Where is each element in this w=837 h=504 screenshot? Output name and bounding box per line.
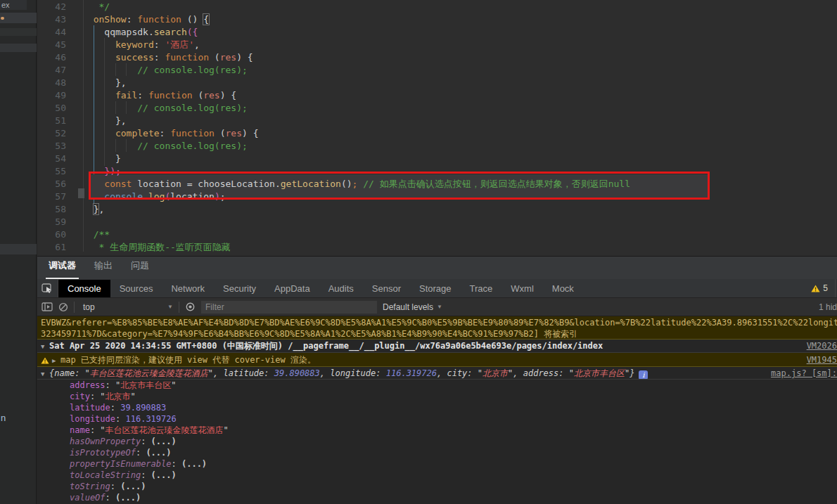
- object-property-row[interactable]: city: "北京市": [70, 391, 837, 402]
- code-line[interactable]: /**: [82, 228, 837, 241]
- tab-appdata[interactable]: AppData: [265, 280, 319, 297]
- file-explorer-sidebar: ex n: [0, 0, 37, 504]
- tab-storage[interactable]: Storage: [410, 280, 461, 297]
- code-lines[interactable]: */ onShow: function () { qqmapsdk.search…: [82, 1, 837, 256]
- tab-sources[interactable]: Sources: [110, 280, 162, 297]
- tab-sensor[interactable]: Sensor: [363, 280, 410, 297]
- line-number[interactable]: 49: [37, 89, 66, 102]
- code-line[interactable]: // console.log(res);: [82, 102, 837, 115]
- line-number[interactable]: 50: [37, 102, 66, 115]
- object-property-row[interactable]: name: "丰台区莲花池云瑧金陵莲花酒店": [70, 425, 837, 436]
- code-line[interactable]: keyword: '酒店',: [82, 39, 837, 51]
- code-line[interactable]: */: [82, 254, 837, 256]
- expand-arrow-icon[interactable]: ▶: [52, 354, 60, 367]
- hidden-messages-label: 1 hid: [819, 302, 837, 312]
- line-number[interactable]: 59: [37, 216, 66, 228]
- source-link[interactable]: VM2026: [807, 340, 837, 353]
- object-property-row[interactable]: address: "北京市丰台区": [70, 380, 837, 391]
- explorer-item-selected[interactable]: [0, 13, 37, 23]
- line-number[interactable]: 51: [37, 115, 66, 127]
- tab-wxml[interactable]: Wxml: [501, 280, 543, 297]
- line-number[interactable]: 52: [37, 127, 66, 140]
- line-number[interactable]: 43: [37, 13, 66, 26]
- code-line[interactable]: onShow: function () {: [82, 13, 837, 26]
- line-number[interactable]: 58: [37, 203, 66, 216]
- explorer-item[interactable]: [0, 44, 37, 52]
- warning-count-label: 5: [823, 283, 828, 293]
- console-warning-url-message[interactable]: EVBWZ&referer=%E8%85%BE%E8%AE%AF%E4%BD%8…: [37, 316, 837, 340]
- line-number[interactable]: 45: [37, 39, 66, 51]
- tab-trace[interactable]: Trace: [461, 280, 502, 297]
- gutter-line-numbers[interactable]: 4243444546474849505152535455565758596061…: [37, 1, 66, 256]
- inspect-element-icon[interactable]: [37, 279, 58, 297]
- code-line[interactable]: * 生命周期函数--监听页面隐藏: [82, 241, 837, 254]
- line-number[interactable]: 44: [37, 26, 66, 39]
- line-number[interactable]: 48: [37, 77, 66, 89]
- code-line[interactable]: }: [82, 153, 837, 165]
- line-number[interactable]: 53: [37, 140, 66, 153]
- object-property-row[interactable]: propertyIsEnumerable: (...): [70, 458, 837, 470]
- warning-line: 323459711%7D&category=%E7%94%9F%E6%B4%BB…: [41, 328, 837, 340]
- line-number[interactable]: 55: [37, 165, 66, 178]
- tab-audits[interactable]: Audits: [319, 280, 363, 297]
- debugger-tab-问题[interactable]: 问题: [128, 259, 152, 279]
- code-line[interactable]: },: [82, 115, 837, 127]
- code-editor[interactable]: 4243444546474849505152535455565758596061…: [37, 0, 837, 256]
- console-object-log-message[interactable]: ▼{name: "丰台区莲花池云瑧金陵莲花酒店", latitude: 39.8…: [37, 367, 837, 380]
- object-property-row[interactable]: hasOwnProperty: (...): [70, 436, 837, 447]
- code-line[interactable]: [82, 216, 837, 228]
- code-line[interactable]: // console.log(res);: [82, 140, 837, 153]
- code-line[interactable]: complete: function (res) {: [82, 127, 837, 140]
- line-number[interactable]: 42: [37, 1, 66, 13]
- line-number[interactable]: 62: [37, 254, 66, 256]
- object-property-row[interactable]: toString: (...): [70, 481, 837, 492]
- line-number[interactable]: 56: [37, 178, 66, 190]
- line-number[interactable]: 61: [37, 241, 66, 254]
- live-expression-eye-icon[interactable]: [185, 302, 196, 311]
- chevron-down-icon: ▼: [437, 304, 442, 310]
- log-levels-dropdown[interactable]: Default levels ▼: [383, 302, 442, 312]
- object-properties: address: "北京市丰台区"city: "北京市"latitude: 39…: [37, 380, 837, 503]
- debugger-tab-调试器[interactable]: 调试器: [46, 259, 79, 279]
- line-number[interactable]: 46: [37, 51, 66, 64]
- code-line[interactable]: success: function (res) {: [82, 51, 837, 64]
- tab-network[interactable]: Network: [162, 280, 214, 297]
- debugger-tab-bar: 调试器输出问题: [37, 257, 837, 279]
- console-warning-map-message[interactable]: ▶map 已支持同层渲染，建议使用 view 代替 cover-view 渲染。…: [37, 353, 837, 367]
- tab-console[interactable]: Console: [58, 280, 110, 297]
- context-selector[interactable]: top ▼: [80, 302, 173, 312]
- chevron-down-icon: ▼: [167, 304, 173, 310]
- tab-mock[interactable]: Mock: [543, 280, 583, 297]
- warning-triangle-icon: [811, 285, 820, 292]
- code-line[interactable]: */: [82, 1, 837, 13]
- code-line[interactable]: },: [82, 77, 837, 89]
- code-line[interactable]: // console.log(res);: [82, 64, 837, 77]
- explorer-item-truncated[interactable]: ex: [0, 0, 27, 10]
- object-property-row[interactable]: latitude: 39.890883: [70, 402, 837, 413]
- source-link[interactable]: map.js? [sm]:: [771, 367, 837, 380]
- clear-console-icon[interactable]: [58, 302, 68, 312]
- collapse-arrow-icon[interactable]: ▼: [41, 368, 49, 380]
- console-log-date-message[interactable]: ▼Sat Apr 25 2020 14:34:55 GMT+0800 (中国标准…: [37, 340, 837, 353]
- console-warning-counter[interactable]: 5: [807, 279, 836, 297]
- object-property-row[interactable]: toLocaleString: (...): [70, 470, 837, 481]
- object-property-row[interactable]: longitude: 116.319726: [70, 413, 837, 425]
- object-property-row[interactable]: isPrototypeOf: (...): [70, 447, 837, 458]
- explorer-item[interactable]: [0, 244, 37, 254]
- source-link[interactable]: VM1945: [807, 353, 837, 367]
- line-number[interactable]: 57: [37, 190, 66, 203]
- tab-security[interactable]: Security: [214, 280, 265, 297]
- debugger-tab-输出[interactable]: 输出: [91, 259, 115, 279]
- console-drawer-icon[interactable]: [41, 302, 53, 311]
- code-line[interactable]: },: [82, 203, 837, 216]
- log-date-text: Sat Apr 25 2020 14:34:55 GMT+0800 (中国标准时…: [49, 341, 603, 351]
- object-property-row[interactable]: valueOf: (...): [70, 492, 837, 503]
- filter-input[interactable]: [201, 301, 377, 314]
- collapse-arrow-icon[interactable]: ▼: [41, 340, 49, 353]
- code-line[interactable]: qqmapsdk.search({: [82, 26, 837, 39]
- explorer-item[interactable]: [0, 28, 37, 36]
- line-number[interactable]: 60: [37, 228, 66, 241]
- code-line[interactable]: fail: function (res) {: [82, 89, 837, 102]
- line-number[interactable]: 54: [37, 153, 66, 165]
- line-number[interactable]: 47: [37, 64, 66, 77]
